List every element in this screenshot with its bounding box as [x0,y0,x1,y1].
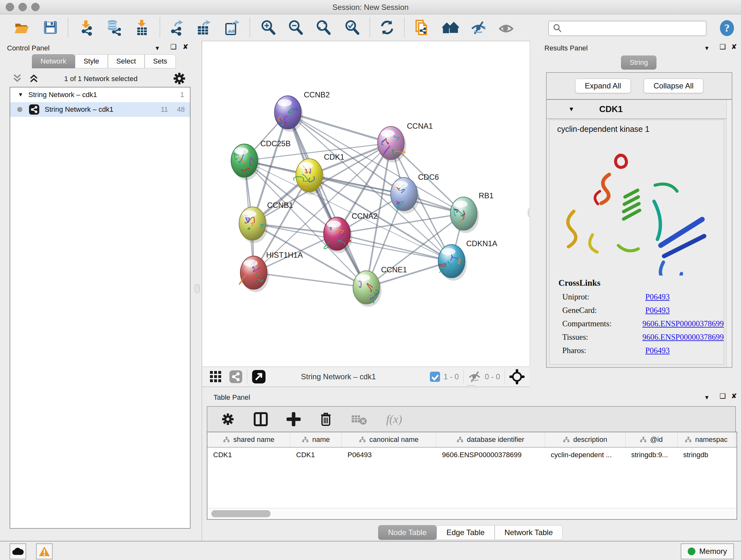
table-cell[interactable]: cyclin-dependent ... [545,448,625,462]
network-collection-row[interactable]: ▼ String Network – cdk1 1 [10,87,190,102]
node-label[interactable]: CDKN1A [466,239,497,248]
table-cell[interactable]: CDK1 [207,448,290,462]
column-header[interactable]: database identifier [436,432,545,447]
open-in-new-window-icon[interactable] [252,370,266,384]
crosslink-label: Uniprot: [562,293,645,301]
network-badge-icon[interactable] [229,370,243,383]
search-input[interactable] [565,24,706,33]
import-table-file-icon[interactable] [133,19,150,36]
cloud-status-button[interactable] [10,543,26,559]
crosslink-value-link[interactable]: P06493 [645,293,670,301]
column-header[interactable]: shared name [207,432,290,447]
delete-table-icon[interactable] [351,413,367,426]
table-cell[interactable]: 9606.ENSP00000378699 [436,448,545,462]
delete-column-trash-icon[interactable] [319,412,333,427]
node-label[interactable]: CCNB2 [304,90,330,99]
warnings-button[interactable] [36,543,53,559]
export-image-icon[interactable] [223,19,239,36]
zoom-out-icon[interactable] [287,19,304,36]
tab-edge-table[interactable]: Edge Table [436,525,495,540]
hide-selected-icon[interactable] [470,19,487,36]
import-network-file-icon[interactable] [78,19,94,36]
zoom-in-icon[interactable] [260,19,276,36]
tab-node-table[interactable]: Node Table [378,525,436,540]
create-column-plus-icon[interactable] [286,412,300,426]
import-network-database-icon[interactable] [105,19,122,36]
node-label[interactable]: CCNA1 [407,122,433,130]
control-panel-close-icon[interactable]: ✘ [183,44,188,51]
node-label[interactable]: CDK1 [324,152,344,161]
crosslink-value-link[interactable]: 9606.ENSP00000378699 [643,333,724,341]
selected-checkbox-icon[interactable] [429,371,441,382]
show-columns-icon[interactable] [253,412,268,427]
protein-structure-image [550,135,723,275]
node-label[interactable]: RB1 [479,191,494,200]
open-session-icon[interactable] [13,19,30,36]
export-network-icon[interactable] [168,19,185,36]
node-label[interactable]: HIST1H1A [266,251,303,259]
tab-select[interactable]: Select [108,54,145,68]
table-cell[interactable]: P06493 [342,448,436,462]
control-panel-float-icon[interactable]: ❑ [171,44,177,51]
results-panel-float-icon[interactable]: ❑ [720,44,726,51]
memory-button[interactable]: Memory [681,543,734,559]
table-panel-close-icon[interactable]: ✘ [731,393,737,400]
node-label[interactable]: CCNE1 [381,265,407,274]
table-options-gear-icon[interactable] [221,412,235,426]
results-panel-close-icon[interactable]: ✘ [731,44,737,51]
tab-style[interactable]: Style [75,54,108,68]
gene-expander-icon[interactable]: ▼ [568,106,575,113]
table-panel-collapse-icon[interactable]: ▼ [704,394,710,401]
column-header[interactable]: name [290,432,342,447]
scrollbar-thumb[interactable] [211,510,271,517]
function-builder-icon[interactable]: f(x) [386,413,402,426]
node-label[interactable]: CDC25B [260,139,291,148]
table-cell[interactable]: CDK1 [290,448,342,462]
birds-eye-view-icon[interactable] [509,369,525,384]
tab-sets[interactable]: Sets [145,54,176,68]
collapse-all-button[interactable]: Collapse All [644,78,703,93]
string-actions-box: Expand All Collapse All [546,72,732,100]
left-splitter-handle[interactable] [195,284,200,293]
tab-network-table[interactable]: Network Table [495,525,563,540]
network-row[interactable]: String Network – cdk1 11 48 [10,102,190,117]
table-panel-float-icon[interactable]: ❑ [720,393,726,400]
zoom-selected-icon[interactable] [344,19,360,36]
export-table-icon[interactable] [195,19,212,36]
crosslink-value-link[interactable]: 9606.ENSP00000378699 [643,319,724,328]
expand-all-button[interactable]: Expand All [575,78,631,93]
column-header[interactable]: @id [625,432,677,447]
first-neighbors-icon[interactable] [442,19,459,36]
crosslink-value-link[interactable]: P06493 [645,306,670,315]
grid-view-icon[interactable] [209,370,222,383]
column-header[interactable]: namespac [677,432,735,447]
results-panel-collapse-icon[interactable]: ▼ [704,45,710,52]
node-label[interactable]: CCNB1 [267,201,293,209]
table-cell[interactable]: stringdb [677,448,735,462]
table-cell[interactable]: stringdb:9... [625,448,677,462]
string-network-graph[interactable]: CCNB2CCNA1CDC25BCDK1CDC6RB1CCNB1CCNA2CDK… [202,41,530,367]
hidden-eye-slash-icon[interactable] [468,371,482,382]
help-icon[interactable]: ? [719,20,735,37]
tab-network[interactable]: Network [32,54,75,68]
control-panel-collapse-icon[interactable]: ▼ [154,45,160,52]
gene-section-header[interactable]: ▼ CDK1 [547,100,732,119]
refresh-icon[interactable] [379,19,395,36]
save-session-icon[interactable] [42,19,59,36]
column-header[interactable]: description [545,432,625,447]
zoom-fit-icon[interactable] [315,19,332,36]
node-label[interactable]: CDC6 [418,173,439,181]
results-scrollbar[interactable] [726,100,732,367]
collection-expander-icon[interactable]: ▼ [18,91,23,98]
table-row[interactable]: CDK1CDK1P064939606.ENSP00000378699cyclin… [207,448,737,462]
network-canvas[interactable]: CCNB2CCNA1CDC25BCDK1CDC6RB1CCNB1CCNA2CDK… [202,41,530,367]
crosslink-value-link[interactable]: P06493 [645,346,670,355]
node-label[interactable]: CCNA2 [352,212,378,220]
network-options-gear-icon[interactable] [172,71,186,85]
tab-string[interactable]: String [621,56,657,70]
clone-network-icon[interactable] [414,19,430,36]
column-header[interactable]: canonical name [342,432,436,447]
column-type-icon [302,436,309,443]
table-horizontal-scrollbar[interactable] [207,508,737,519]
show-all-icon[interactable] [498,19,515,36]
